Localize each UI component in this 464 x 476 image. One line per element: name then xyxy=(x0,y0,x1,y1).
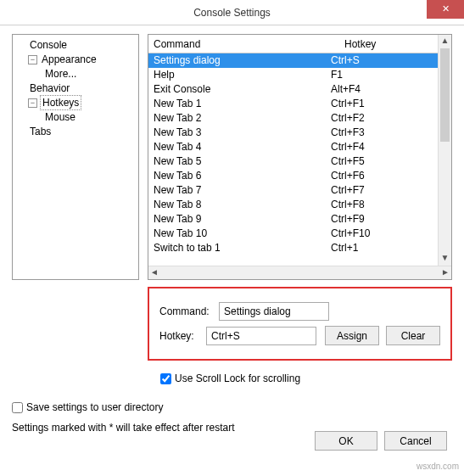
collapse-icon[interactable]: − xyxy=(28,98,37,108)
list-item[interactable]: New Tab 6Ctrl+F6 xyxy=(148,169,438,183)
command-cell: New Tab 9 xyxy=(148,212,327,227)
tree-item[interactable]: More... xyxy=(14,67,137,81)
settings-tree[interactable]: Console−AppearanceMore...Behavior−Hotkey… xyxy=(12,34,139,280)
hotkey-cell: Ctrl+F3 xyxy=(327,126,438,140)
hotkeys-list[interactable]: Command Hotkey Settings dialogCtrl+SHelp… xyxy=(148,34,452,280)
tree-item[interactable]: Console xyxy=(14,38,137,53)
tree-item-label: More... xyxy=(43,67,78,81)
scroll-lock-checkbox[interactable] xyxy=(160,373,171,384)
command-cell: New Tab 4 xyxy=(148,140,327,154)
save-user-dir-checkbox[interactable] xyxy=(12,402,23,413)
hotkey-edit-panel: Command: Hotkey: Assign Clear xyxy=(148,287,452,361)
command-cell: New Tab 8 xyxy=(148,198,327,212)
list-item[interactable]: New Tab 5Ctrl+F5 xyxy=(148,154,438,169)
hotkey-cell: F1 xyxy=(327,68,438,82)
list-item[interactable]: New Tab 7Ctrl+F7 xyxy=(148,183,438,198)
scroll-down-icon[interactable]: ▼ xyxy=(439,252,451,266)
tree-item-label: Appearance xyxy=(40,53,98,66)
command-field[interactable] xyxy=(219,302,329,321)
hotkey-cell: Ctrl+S xyxy=(327,53,438,68)
command-cell: New Tab 6 xyxy=(148,169,327,183)
ok-button[interactable]: OK xyxy=(315,431,377,451)
list-item[interactable]: Exit ConsoleAlt+F4 xyxy=(148,82,438,97)
tree-item[interactable]: −Appearance xyxy=(14,53,137,67)
window-title: Console Settings xyxy=(193,7,271,19)
list-item[interactable]: Switch to tab 1Ctrl+1 xyxy=(148,241,438,255)
command-cell: New Tab 1 xyxy=(148,97,327,111)
command-cell: New Tab 2 xyxy=(148,111,327,126)
hotkey-cell: Ctrl+F8 xyxy=(327,198,438,212)
hotkey-cell: Alt+F4 xyxy=(327,82,438,97)
command-cell: Exit Console xyxy=(148,82,327,97)
hotkey-cell: Ctrl+F9 xyxy=(327,212,438,227)
scroll-right-icon[interactable]: ► xyxy=(441,266,450,279)
tree-item-label: Mouse xyxy=(43,110,77,124)
header-hotkey[interactable]: Hotkey xyxy=(341,35,451,53)
hotkey-cell: Ctrl+F10 xyxy=(327,227,438,241)
scroll-up-icon[interactable]: ▲ xyxy=(439,35,451,48)
collapse-icon[interactable]: − xyxy=(28,55,37,64)
tree-item[interactable]: −Hotkeys xyxy=(14,96,137,110)
hotkey-cell: Ctrl+F1 xyxy=(327,97,438,111)
scroll-left-icon[interactable]: ◄ xyxy=(150,266,159,279)
hotkey-cell: Ctrl+F4 xyxy=(327,140,438,154)
scroll-thumb[interactable] xyxy=(440,48,450,142)
tree-item[interactable]: Behavior xyxy=(14,81,137,96)
command-cell: New Tab 5 xyxy=(148,154,327,169)
hotkey-cell: Ctrl+1 xyxy=(327,241,438,255)
tree-item-label: Behavior xyxy=(28,81,71,95)
hotkey-cell: Ctrl+F5 xyxy=(327,154,438,169)
hotkey-cell: Ctrl+F2 xyxy=(327,111,438,126)
list-item[interactable]: New Tab 4Ctrl+F4 xyxy=(148,140,438,154)
close-button[interactable]: ✕ xyxy=(427,0,464,19)
tree-item[interactable]: Mouse xyxy=(14,110,137,125)
command-cell: Settings dialog xyxy=(148,53,327,68)
title-bar: Console Settings ✕ xyxy=(0,0,464,25)
watermark: wsxdn.com xyxy=(416,462,459,471)
command-cell: New Tab 7 xyxy=(148,183,327,198)
hotkey-cell: Ctrl+F7 xyxy=(327,183,438,198)
command-cell: New Tab 3 xyxy=(148,126,327,140)
header-command[interactable]: Command xyxy=(148,35,341,53)
command-cell: Switch to tab 1 xyxy=(148,241,327,255)
clear-button[interactable]: Clear xyxy=(386,326,440,345)
tree-item[interactable]: Tabs xyxy=(14,125,137,139)
list-item[interactable]: New Tab 2Ctrl+F2 xyxy=(148,111,438,126)
tree-item-label: Console xyxy=(28,38,69,52)
cancel-button[interactable]: Cancel xyxy=(384,431,447,451)
list-item[interactable]: HelpF1 xyxy=(148,68,438,82)
hotkey-field[interactable] xyxy=(206,327,316,345)
list-item[interactable]: New Tab 1Ctrl+F1 xyxy=(148,97,438,111)
hotkey-label: Hotkey: xyxy=(159,330,206,342)
command-label: Command: xyxy=(159,305,219,317)
list-item[interactable]: New Tab 10Ctrl+F10 xyxy=(148,227,438,241)
tree-item-label: Hotkeys xyxy=(40,95,81,110)
list-item[interactable]: New Tab 8Ctrl+F8 xyxy=(148,198,438,212)
scroll-lock-label: Use Scroll Lock for scrolling xyxy=(175,372,300,384)
close-icon: ✕ xyxy=(442,3,450,14)
horizontal-scrollbar[interactable]: ◄ ► xyxy=(148,266,451,279)
list-item[interactable]: New Tab 9Ctrl+F9 xyxy=(148,212,438,227)
list-item[interactable]: New Tab 3Ctrl+F3 xyxy=(148,126,438,140)
command-cell: Help xyxy=(148,68,327,82)
save-user-dir-label: Save settings to user directory xyxy=(26,401,163,413)
list-item[interactable]: Settings dialogCtrl+S xyxy=(148,53,438,68)
assign-button[interactable]: Assign xyxy=(325,326,379,345)
command-cell: New Tab 10 xyxy=(148,227,327,241)
hotkey-cell: Ctrl+F6 xyxy=(327,169,438,183)
vertical-scrollbar[interactable]: ▲ ▼ xyxy=(438,35,451,266)
tree-item-label: Tabs xyxy=(28,125,53,138)
